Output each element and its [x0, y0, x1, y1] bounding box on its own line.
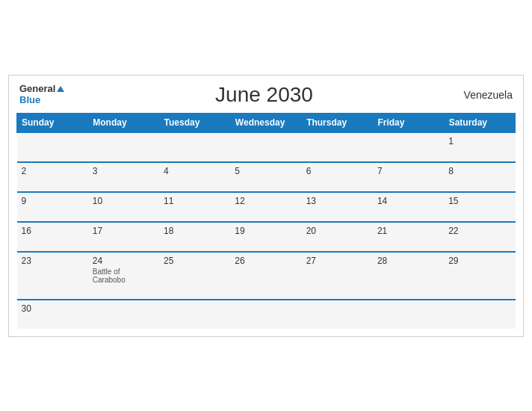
- calendar-cell: 12: [230, 192, 301, 222]
- day-number: 19: [235, 226, 297, 236]
- weekday-header-saturday: Saturday: [444, 113, 515, 132]
- calendar-cell: [373, 132, 444, 162]
- day-number: 28: [377, 256, 439, 266]
- calendar-cell: [444, 300, 515, 329]
- calendar-cell: 29: [444, 252, 515, 300]
- calendar-cell: 17: [88, 222, 159, 252]
- calendar-cell: 7: [373, 162, 444, 192]
- calendar-cell: 15: [444, 192, 515, 222]
- calendar-cell: [159, 132, 230, 162]
- logo-triangle-icon: [57, 86, 64, 92]
- day-number: 14: [377, 196, 439, 206]
- day-number: 5: [235, 166, 297, 176]
- calendar-cell: 4: [159, 162, 230, 192]
- calendar-grid: SundayMondayTuesdayWednesdayThursdayFrid…: [16, 113, 516, 329]
- weekday-header-wednesday: Wednesday: [230, 113, 301, 132]
- calendar-cell: 8: [444, 162, 515, 192]
- day-number: 13: [306, 196, 368, 206]
- logo-area: General Blue: [19, 84, 64, 105]
- calendar-cell: [302, 132, 373, 162]
- calendar-cell: [230, 132, 301, 162]
- weekday-header-row: SundayMondayTuesdayWednesdayThursdayFrid…: [17, 113, 516, 132]
- calendar-cell: 18: [159, 222, 230, 252]
- calendar-cell: 13: [302, 192, 373, 222]
- day-number: 2: [22, 166, 84, 176]
- calendar-cell: 3: [88, 162, 159, 192]
- day-number: 15: [448, 196, 510, 206]
- weekday-header-tuesday: Tuesday: [159, 113, 230, 132]
- calendar-cell: [302, 300, 373, 329]
- day-number: 4: [164, 166, 226, 176]
- day-number: 18: [164, 226, 226, 236]
- logo-blue: Blue: [19, 95, 64, 105]
- day-number: 29: [448, 256, 510, 266]
- day-number: 17: [93, 226, 155, 236]
- calendar-cell: 9: [17, 192, 88, 222]
- calendar-cell: 20: [302, 222, 373, 252]
- week-row-5: 2324Battle of Carabobo2526272829: [17, 252, 516, 300]
- logo-general: General: [19, 84, 55, 94]
- calendar-cell: 10: [88, 192, 159, 222]
- day-number: 6: [306, 166, 368, 176]
- calendar-cell: 2: [17, 162, 88, 192]
- calendar-cell: [373, 300, 444, 329]
- week-row-3: 9101112131415: [17, 192, 516, 222]
- calendar-cell: [230, 300, 301, 329]
- week-row-2: 2345678: [17, 162, 516, 192]
- day-number: 11: [164, 196, 226, 206]
- calendar-cell: 23: [17, 252, 88, 300]
- calendar-cell: 6: [302, 162, 373, 192]
- calendar-cell: 5: [230, 162, 301, 192]
- calendar-cell: 28: [373, 252, 444, 300]
- event-label: Battle of Carabobo: [93, 268, 155, 284]
- day-number: 27: [306, 256, 368, 266]
- calendar-cell: 25: [159, 252, 230, 300]
- day-number: 22: [448, 226, 510, 236]
- day-number: 20: [306, 226, 368, 236]
- day-number: 16: [22, 226, 84, 236]
- calendar-cell: 24Battle of Carabobo: [88, 252, 159, 300]
- calendar-cell: 16: [17, 222, 88, 252]
- calendar-title: June 2030: [215, 83, 313, 107]
- day-number: 8: [448, 166, 510, 176]
- day-number: 3: [93, 166, 155, 176]
- week-row-4: 16171819202122: [17, 222, 516, 252]
- calendar-cell: 21: [373, 222, 444, 252]
- calendar-cell: 27: [302, 252, 373, 300]
- calendar-cell: 19: [230, 222, 301, 252]
- calendar-cell: 14: [373, 192, 444, 222]
- calendar-cell: [88, 300, 159, 329]
- day-number: 1: [448, 136, 510, 146]
- day-number: 21: [377, 226, 439, 236]
- day-number: 12: [235, 196, 297, 206]
- country-label: Venezuela: [464, 89, 513, 101]
- day-number: 9: [22, 196, 84, 206]
- calendar-cell: 1: [444, 132, 515, 162]
- week-row-6: 30: [17, 300, 516, 329]
- day-number: 23: [22, 256, 84, 266]
- day-number: 26: [235, 256, 297, 266]
- calendar-cell: [159, 300, 230, 329]
- weekday-header-thursday: Thursday: [302, 113, 373, 132]
- calendar-cell: [17, 132, 88, 162]
- day-number: 7: [377, 166, 439, 176]
- calendar-cell: 11: [159, 192, 230, 222]
- calendar-header: General Blue June 2030 Venezuela: [16, 83, 516, 107]
- weekday-header-monday: Monday: [88, 113, 159, 132]
- calendar-cell: [88, 132, 159, 162]
- day-number: 30: [22, 303, 84, 314]
- day-number: 10: [93, 196, 155, 206]
- day-number: 25: [164, 256, 226, 266]
- weekday-header-friday: Friday: [373, 113, 444, 132]
- calendar-container: General Blue June 2030 Venezuela SundayM…: [8, 75, 524, 337]
- calendar-cell: 22: [444, 222, 515, 252]
- calendar-cell: 26: [230, 252, 301, 300]
- weekday-header-sunday: Sunday: [17, 113, 88, 132]
- calendar-cell: 30: [17, 300, 88, 329]
- week-row-1: 1: [17, 132, 516, 162]
- day-number: 24: [93, 256, 155, 266]
